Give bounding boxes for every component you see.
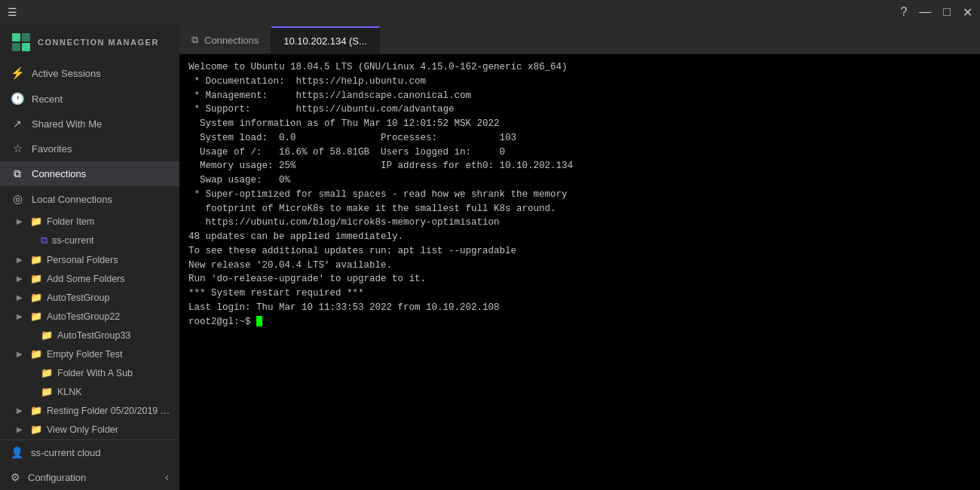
autotestgroup-label: AutoTestGroup xyxy=(47,292,109,303)
active-sessions-label: Active Sessions xyxy=(32,68,101,79)
maximize-icon[interactable]: □ xyxy=(943,5,951,19)
sidebar-item-active-sessions[interactable]: ⚡ Active Sessions xyxy=(0,60,179,86)
configuration-label: Configuration xyxy=(28,472,86,483)
tree-item-empty-folder-test[interactable]: ▶ 📁 Empty Folder Test xyxy=(0,345,179,363)
sidebar: CONNECTION MANAGER ⚡ Active Sessions 🕐 R… xyxy=(0,24,179,490)
arrow-icon: ▶ xyxy=(17,312,26,320)
ss-current-cloud-label: ss-current cloud xyxy=(31,447,100,458)
arrow-icon: ▶ xyxy=(17,274,26,283)
arrow-icon: ▶ xyxy=(17,256,26,264)
logo-area: CONNECTION MANAGER xyxy=(0,24,179,60)
tree-item-view-only-folder[interactable]: ▶ 📁 View Only Folder xyxy=(0,420,179,439)
tree-item-resting-folder[interactable]: ▶ 📁 Resting Folder 05/20/2019 1… xyxy=(0,401,179,420)
svg-rect-1 xyxy=(22,33,30,41)
main-layout: CONNECTION MANAGER ⚡ Active Sessions 🕐 R… xyxy=(0,24,980,490)
folder-icon: 📁 xyxy=(41,329,53,341)
sidebar-item-recent[interactable]: 🕐 Recent xyxy=(0,86,179,112)
tree-item-add-some-folders[interactable]: ▶ 📁 Add Some Folders xyxy=(0,269,179,288)
autotestgroup22-label: AutoTestGroup22 xyxy=(47,311,120,322)
tab-session[interactable]: 10.10.202.134 (S... xyxy=(271,26,380,54)
logo-icon xyxy=(11,32,32,53)
tab-connections[interactable]: ⧉ Connections xyxy=(179,26,271,54)
folder-icon: 📁 xyxy=(30,273,42,284)
sidebar-item-local-connections[interactable]: ◎ Local Connections xyxy=(0,186,179,212)
sidebar-item-connections[interactable]: ⧉ Connections xyxy=(0,161,179,186)
nav-section: ⚡ Active Sessions 🕐 Recent ↗ Shared With… xyxy=(0,60,179,212)
folder-with-sub-label: Folder With A Sub xyxy=(57,368,133,378)
logo-text: CONNECTION MANAGER xyxy=(38,38,159,47)
top-bar: ☰ ? — □ ✕ xyxy=(0,0,980,24)
sidebar-item-configuration[interactable]: ⚙ Configuration ‹ xyxy=(0,464,179,490)
terminal-wrapper: Welcome to Ubuntu 18.04.5 LTS (GNU/Linux… xyxy=(179,54,980,490)
klnk-label: KLNK xyxy=(57,387,82,397)
add-some-folders-label: Add Some Folders xyxy=(47,274,125,284)
tree-item-klnk[interactable]: ▶ 📁 KLNK xyxy=(0,382,179,401)
session-tab-label: 10.10.202.134 (S... xyxy=(283,35,367,47)
resting-folder-label: Resting Folder 05/20/2019 1… xyxy=(47,406,175,416)
sidebar-bottom: 👤 ss-current cloud ⚙ Configuration ‹ xyxy=(0,439,179,490)
personal-folders-label: Personal Folders xyxy=(47,255,118,265)
shared-label: Shared With Me xyxy=(32,118,102,130)
folder-icon: 📁 xyxy=(30,216,42,227)
svg-rect-0 xyxy=(12,33,20,41)
folder-icon: 📁 xyxy=(30,348,42,360)
favorites-label: Favorites xyxy=(32,143,72,155)
recent-icon: 🕐 xyxy=(11,92,24,106)
tree-item-folder-item[interactable]: ▶ 📁 Folder Item xyxy=(0,212,179,231)
terminal[interactable]: Welcome to Ubuntu 18.04.5 LTS (GNU/Linux… xyxy=(179,54,980,490)
folder-icon: 📁 xyxy=(41,386,53,397)
favorites-icon: ☆ xyxy=(11,142,24,155)
autotestgroup33-label: AutoTestGroup33 xyxy=(57,330,130,341)
folder-icon: 📁 xyxy=(30,254,42,265)
local-connections-icon: ◎ xyxy=(11,192,24,206)
folder-icon: 📁 xyxy=(41,367,53,378)
active-sessions-icon: ⚡ xyxy=(11,66,24,80)
tree-item-personal-folders[interactable]: ▶ 📁 Personal Folders xyxy=(0,250,179,269)
shared-icon: ↗ xyxy=(11,118,24,130)
folder-icon: 📁 xyxy=(30,405,42,416)
right-panel: ⧉ Connections 10.10.202.134 (S... Welcom… xyxy=(179,24,980,490)
arrow-icon: ▶ xyxy=(17,350,26,358)
top-bar-left: ☰ xyxy=(8,6,17,18)
help-icon[interactable]: ? xyxy=(900,5,907,19)
sidebar-item-ss-current-cloud[interactable]: 👤 ss-current cloud xyxy=(0,440,179,464)
tree-item-ss-current[interactable]: ▶ ⧉ ss-current xyxy=(0,231,179,250)
arrow-icon: ▶ xyxy=(17,293,26,302)
arrow-icon: ▶ xyxy=(17,217,26,225)
empty-folder-test-label: Empty Folder Test xyxy=(47,349,123,360)
folder-icon: 📁 xyxy=(30,311,42,322)
folder-icon: 📁 xyxy=(30,424,42,435)
tree-item-folder-with-sub[interactable]: ▶ 📁 Folder With A Sub xyxy=(0,363,179,382)
recent-label: Recent xyxy=(32,93,63,105)
folder-item-label: Folder Item xyxy=(47,216,94,227)
connections-icon: ⧉ xyxy=(11,167,24,180)
hamburger-icon[interactable]: ☰ xyxy=(8,6,17,18)
ss-current-label: ss-current xyxy=(52,235,94,246)
local-connections-label: Local Connections xyxy=(32,194,112,205)
user-icon: 👤 xyxy=(11,446,23,458)
connections-tab-label: Connections xyxy=(204,35,259,46)
top-bar-right: ? — □ ✕ xyxy=(900,5,972,20)
sidebar-item-favorites[interactable]: ☆ Favorites xyxy=(0,136,179,161)
connections-tab-icon: ⧉ xyxy=(191,34,198,46)
folder-icon: 📁 xyxy=(30,292,42,303)
file-icon: ⧉ xyxy=(41,234,47,247)
view-only-folder-label: View Only Folder xyxy=(47,424,118,435)
tree-item-autotestgroup22[interactable]: ▶ 📁 AutoTestGroup22 xyxy=(0,307,179,326)
arrow-icon: ▶ xyxy=(17,406,26,415)
sidebar-item-shared-with-me[interactable]: ↗ Shared With Me xyxy=(0,112,179,136)
svg-rect-2 xyxy=(12,43,20,51)
svg-rect-3 xyxy=(22,43,30,51)
arrow-icon: ▶ xyxy=(17,425,26,433)
gear-icon: ⚙ xyxy=(11,471,20,483)
connections-label: Connections xyxy=(32,168,86,179)
collapse-icon[interactable]: ‹ xyxy=(165,470,169,484)
tree-item-autotestgroup[interactable]: ▶ 📁 AutoTestGroup xyxy=(0,288,179,307)
connections-tree: ▶ 📁 Folder Item ▶ ⧉ ss-current ▶ 📁 Perso… xyxy=(0,212,179,439)
config-left: ⚙ Configuration xyxy=(11,471,86,483)
tree-item-autotestgroup33[interactable]: ▶ 📁 AutoTestGroup33 xyxy=(0,326,179,345)
tabs-bar: ⧉ Connections 10.10.202.134 (S... xyxy=(179,24,980,54)
minimize-icon[interactable]: — xyxy=(919,5,931,19)
close-icon[interactable]: ✕ xyxy=(963,5,972,20)
